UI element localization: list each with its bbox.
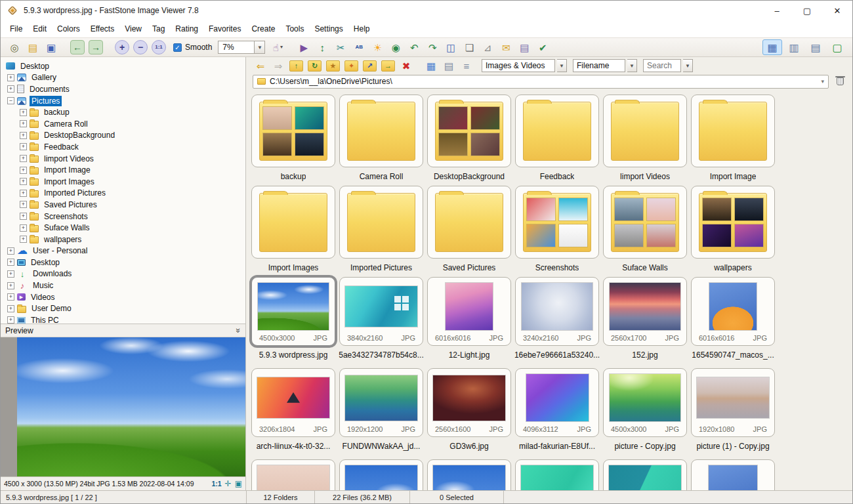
image-card[interactable]: 6016x6016JPG (691, 277, 775, 346)
details-view-button[interactable]: ▤ (441, 58, 457, 73)
maximize-button[interactable]: ▢ (792, 1, 822, 20)
rotate-left-button[interactable]: ↶ (406, 39, 423, 55)
compare-images-button[interactable]: ◫ (442, 39, 459, 55)
folder-cell[interactable]: Import Image (689, 94, 777, 186)
list-view-button[interactable]: ≡ (459, 58, 474, 73)
browse-view-button[interactable]: ▦ (762, 39, 782, 55)
image-cell[interactable]: 4500x3000JPGpicture - Copy.jpg (601, 368, 689, 459)
back-button[interactable]: ⇐ (253, 58, 268, 73)
folder-card[interactable] (515, 94, 599, 167)
expand-icon[interactable]: + (7, 282, 14, 289)
folder-card[interactable] (339, 94, 423, 167)
email-button[interactable]: ✉ (497, 39, 514, 55)
expand-icon[interactable]: + (20, 178, 27, 185)
image-cell[interactable] (513, 459, 601, 490)
clone-stamp-button[interactable]: ◉ (387, 39, 404, 55)
image-card[interactable] (691, 459, 775, 490)
refresh-button[interactable]: ↻ (308, 60, 322, 72)
tree-item-import-images[interactable]: +Import Images (1, 176, 245, 188)
tree-item-import-image[interactable]: +Import Image (1, 164, 245, 176)
folder-card[interactable] (251, 94, 335, 167)
folder-cell[interactable]: Suface Walls (601, 186, 689, 277)
up-folder-button[interactable]: ↑ (289, 60, 303, 72)
image-card[interactable]: 4500x3000JPG (251, 277, 335, 346)
menu-rating[interactable]: Rating (170, 22, 203, 36)
image-card[interactable]: 4096x3112JPG (515, 368, 599, 437)
folder-card[interactable] (691, 94, 775, 167)
new-folder-button[interactable]: ✦ (344, 60, 358, 72)
image-cell[interactable]: 3240x2160JPG16ebe7e96661a53240... (513, 277, 601, 368)
delete-button[interactable]: ✖ (398, 58, 414, 73)
folder-card[interactable] (339, 186, 423, 259)
path-dropdown-icon[interactable]: ▾ (821, 78, 824, 85)
image-card[interactable]: 1920x1200JPG (339, 368, 423, 437)
hand-tool-button[interactable]: ☝▾ (269, 39, 286, 55)
expand-icon[interactable]: + (20, 155, 27, 162)
previous-image-button[interactable]: ← (70, 40, 85, 54)
expand-icon[interactable]: + (20, 236, 27, 243)
menu-create[interactable]: Create (246, 22, 280, 36)
collapse-preview-button[interactable]: » (234, 328, 243, 333)
image-cell[interactable]: 2560x1600JPGGD3w6.jpg (425, 368, 513, 459)
search-input[interactable] (644, 60, 680, 72)
sort-by-select[interactable]: Filename (573, 59, 625, 72)
folder-cell[interactable]: backup (249, 94, 337, 186)
image-cell[interactable] (689, 459, 777, 490)
select-tool-button[interactable]: ▢ (827, 39, 847, 55)
expand-icon[interactable]: + (7, 316, 14, 324)
folder-cell[interactable]: Saved Pictures (425, 186, 513, 277)
menu-favorites[interactable]: Favorites (203, 22, 246, 36)
menu-settings[interactable]: Settings (309, 22, 348, 36)
image-card[interactable]: 3206x1804JPG (251, 368, 335, 437)
tree-item-backup[interactable]: +backup (1, 106, 245, 118)
tree-item-wallpapers[interactable]: +wallpapers (1, 234, 245, 245)
folder-cell[interactable]: Camera Roll (337, 94, 425, 186)
folder-card[interactable] (603, 186, 687, 259)
expand-icon[interactable]: + (20, 132, 27, 139)
tree-item-saved-pictures[interactable]: +Saved Pictures (1, 199, 245, 211)
expand-icon[interactable]: + (7, 259, 14, 266)
folder-card[interactable] (427, 94, 511, 167)
smooth-checkbox[interactable]: ✓ (173, 43, 182, 52)
image-card[interactable] (427, 459, 511, 490)
chevron-down-icon[interactable]: ▼ (683, 59, 693, 72)
expand-icon[interactable]: + (7, 85, 14, 93)
app-icon[interactable] (7, 5, 18, 16)
expand-icon[interactable]: + (7, 74, 14, 81)
folder-cell[interactable]: Import Images (249, 186, 337, 277)
image-cell[interactable]: 3840x2160JPG5ae3432734787b54c8... (337, 277, 425, 368)
folder-card[interactable] (515, 186, 599, 259)
expand-icon[interactable]: + (20, 167, 27, 174)
path-input[interactable]: C:\Users\m__la\OneDrive\Pictures\ ▾ (253, 75, 829, 89)
folder-cell[interactable]: limport Videos (601, 94, 689, 186)
tree-item-desktop[interactable]: +Desktop (1, 257, 245, 268)
search-box[interactable] (643, 59, 681, 72)
batch-convert-button[interactable]: AB (350, 39, 367, 55)
expand-icon[interactable]: + (20, 201, 27, 208)
scan-button[interactable]: ⊿ (479, 39, 496, 55)
image-cell[interactable]: 3206x1804JPGarch-liinux-4k-t0-32... (249, 368, 337, 459)
folder-card[interactable] (691, 186, 775, 259)
tree-item-pictures[interactable]: −Pictures (1, 95, 245, 107)
preview-view-button[interactable]: ▤ (806, 39, 825, 55)
fit-window-icon[interactable]: ▣ (235, 479, 242, 488)
save-as-button[interactable]: ▣ (43, 39, 60, 55)
minimize-button[interactable]: – (762, 1, 792, 20)
zoom-out-button[interactable]: − (133, 40, 148, 54)
tree-item-desktopbackground[interactable]: +DesktopBackground (1, 130, 245, 142)
forward-button[interactable]: ⇒ (270, 58, 286, 73)
file-type-filter-select[interactable]: Images & Videos (482, 59, 555, 72)
folder-card[interactable] (251, 186, 335, 259)
expand-icon[interactable]: + (20, 143, 27, 150)
zoom-level-select[interactable]: 7%▼ (218, 41, 265, 54)
expand-icon[interactable]: + (20, 190, 27, 197)
menu-effects[interactable]: Effects (85, 22, 119, 36)
zoom-level-value[interactable]: 7% (218, 41, 255, 54)
image-card[interactable] (603, 459, 687, 490)
expand-icon[interactable]: + (7, 270, 14, 278)
next-image-button[interactable]: → (89, 40, 103, 54)
image-cell[interactable]: 1920x1080JPGpicture (1) - Copy.jpg (689, 368, 777, 459)
tree-item-user-personal[interactable]: +☁User - Personal (1, 245, 245, 257)
copy-to-folder-button[interactable]: ↗ (363, 60, 377, 72)
close-button[interactable]: ✕ (822, 1, 852, 20)
